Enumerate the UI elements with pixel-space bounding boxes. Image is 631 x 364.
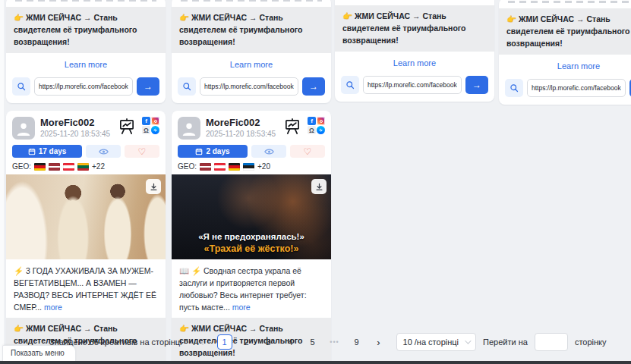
ellipsis-pages-icon[interactable]: ••• [327,334,342,350]
card-actions: 17 days ♡ [6,143,166,158]
instagram-icon [151,117,159,125]
ad-quote-text: 👉 ЖМИ СЕЙЧАС → Стань свидетелем её триум… [499,8,631,55]
flag-austria-icon [63,163,74,171]
days-label: 17 days [39,147,67,155]
search-icon[interactable] [12,77,30,96]
geo-more-count: +20 [257,162,270,171]
column-1: 👉 ЖМИ СЕЙЧАС → Стань свидетелем её триум… [6,0,166,364]
bottom-window-edge [0,361,631,364]
ad-quote-text: 👉 ЖМИ СЕЙЧАС → Стань свидетелем её триум… [172,7,331,53]
open-url-button[interactable]: → [302,77,325,96]
messenger-icon [317,126,325,134]
open-url-button[interactable]: → [137,77,159,96]
favorite-heart-button[interactable]: ♡ [125,145,159,158]
prev-page-chevron-icon[interactable]: ‹ [195,334,210,350]
search-icon[interactable] [178,77,196,96]
platform-icons: f Ω [308,117,325,134]
page-button-1[interactable]: 1 [217,334,232,350]
landing-url-input[interactable] [527,79,626,97]
page-button-4[interactable]: 4 [283,334,298,350]
url-row: → [499,74,631,105]
download-image-button[interactable] [311,179,327,194]
card-header: MoreFic002 2025-11-20 18:53:45 f Ω [172,111,331,143]
preview-eye-button[interactable] [251,145,286,158]
landing-url-input[interactable] [200,77,298,96]
stats-chart-icon[interactable] [283,118,301,138]
profile-name: MoreFic002 [40,117,112,129]
creative-card-partial: 👉 ЖМИ СЕЙЧАС → Стань свидетелем её триум… [6,0,166,103]
search-icon[interactable] [341,76,359,94]
flag-lithuania-icon [77,163,89,171]
days-running-button[interactable]: 2 days [178,145,248,158]
learn-more-link[interactable]: Learn more [335,52,494,71]
image-caption-line2: «Трахай её жёстко!» [172,243,331,256]
creative-image: «Я не предохранялась!» «Трахай её жёстко… [172,174,331,259]
days-running-button[interactable]: 17 days [12,145,82,158]
instagram-icon [317,117,325,125]
more-link[interactable]: more [44,303,62,312]
column-2: 👉 ЖМИ СЕЙЧАС → Стань свидетелем её триум… [172,0,331,364]
creative-card-partial: 👉 ЖМИ СЕЙЧАС → Стань свидетелем её триум… [499,0,631,105]
messenger-icon [151,126,159,134]
header-icons: f Ω [118,117,159,138]
favorite-heart-button[interactable]: ♡ [290,145,325,158]
geo-more-count: +22 [92,162,105,171]
flag-latvia-icon [49,163,60,171]
avatar [12,117,35,140]
geo-row: GEO: +22 [6,158,166,174]
page-button-5[interactable]: 5 [305,334,320,350]
stats-chart-icon[interactable] [118,118,136,138]
ad-quote-text: 👉 ЖМИ СЕЙЧАС → Стань свидетелем её триум… [335,5,494,52]
search-icon[interactable] [505,79,523,97]
learn-more-link[interactable]: Learn more [6,53,166,73]
audience-network-icon: Ω [308,126,316,134]
page-button-9[interactable]: 9 [349,334,364,350]
platform-icons: f Ω [142,117,159,134]
landing-url-input[interactable] [34,77,133,96]
goto-page-input[interactable] [535,333,568,351]
creative-card: MoreFic002 2025-11-20 18:53:45 f Ω 17 da… [6,111,166,364]
cut-text-remnant [15,0,156,2]
open-url-button[interactable]: → [465,76,488,94]
creative-card-partial: ИНТЕРНЕТ ЖДЁТ ЕЁ СМЕР... more 👉 ЖМИ СЕЙЧ… [335,0,494,102]
ad-body-text-cut: ИНТЕРНЕТ ЖДЁТ ЕЁ СМЕР... more [335,0,494,5]
geo-label: GEO: [12,162,31,171]
page-button-3[interactable]: 3 [261,334,276,350]
landing-url-input[interactable] [363,76,462,94]
goto-label-prefix: Перейти на [483,337,528,347]
facebook-icon: f [308,117,316,125]
avatar [178,117,200,140]
creative-date: 2025-11-20 18:53:45 [206,130,278,138]
creative-date: 2025-11-20 18:53:45 [40,130,112,138]
learn-more-link[interactable]: Learn more [499,55,631,74]
facebook-icon: f [142,117,150,125]
image-captions: «Я не предохранялась!» «Трахай её жёстко… [172,231,331,256]
chevron-down-icon [465,337,471,344]
per-page-select[interactable]: 10 /на сторінці [396,333,477,351]
ad-body: ⚡ 3 ГОДА УХАЖИВАЛА ЗА МУЖЕМ-ВЕГЕТАТИВЦЕМ… [14,266,156,311]
days-label: 2 days [206,147,229,155]
goto-label-suffix: сторінку [575,337,607,347]
url-row: → [6,73,166,103]
left-edge-strip [0,0,4,360]
audience-network-icon: Ω [142,126,150,134]
geo-row: GEO: +20 [172,158,331,174]
flag-estonia-icon [243,163,254,171]
url-row: → [335,71,494,102]
download-image-button[interactable] [146,179,161,194]
learn-more-link[interactable]: Learn more [172,53,331,73]
creative-card-partial: 👉 ЖМИ СЕЙЧАС → Стань свидетелем её триум… [172,0,331,103]
pagination-bar: Знайдено 85 креативів на сторінці ‹ 1 2 … [0,331,631,353]
image-caption-line1: «Я не предохранялась!» [172,231,331,243]
geo-label: GEO: [178,162,197,171]
flag-latvia-icon [200,163,211,171]
per-page-value: 10 /на сторінці [403,337,459,347]
column-4: 👉 ЖМИ СЕЙЧАС → Стань свидетелем её триум… [499,0,631,105]
preview-eye-button[interactable] [86,145,121,158]
ad-body-text: ⚡ 3 ГОДА УХАЖИВАЛА ЗА МУЖЕМ-ВЕГЕТАТИВЦЕМ… [6,259,166,318]
next-page-chevron-icon[interactable]: › [371,334,386,350]
more-link[interactable]: more [232,303,251,312]
show-menu-button[interactable]: Показать меню [2,345,76,361]
ad-body-text: 📖 ⚡ Сводная сестра украла её заслуги и п… [172,259,331,318]
page-button-2[interactable]: 2 [239,334,254,350]
